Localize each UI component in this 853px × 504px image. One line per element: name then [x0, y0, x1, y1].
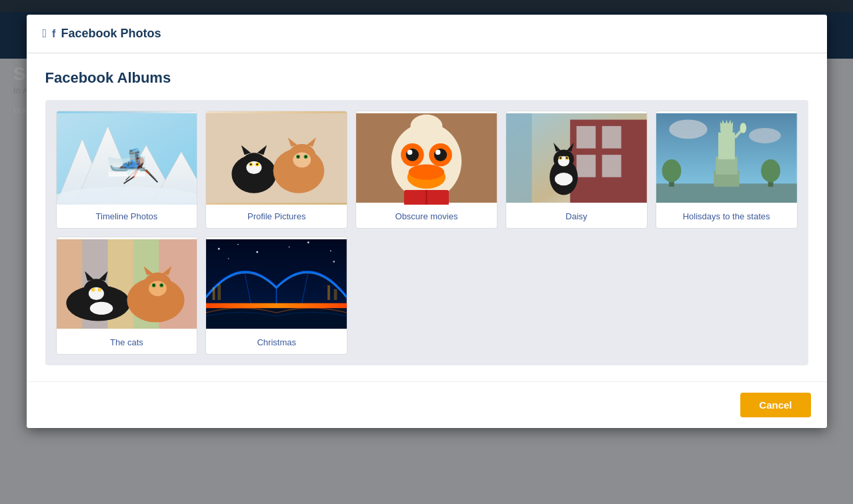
svg-point-95 — [89, 302, 112, 315]
svg-point-80 — [662, 159, 681, 182]
album-label-holidays: Holisdays to the states — [656, 205, 797, 228]
svg-point-40 — [406, 149, 419, 161]
empty-slot-2 — [506, 237, 648, 355]
facebook-icon:  — [43, 27, 47, 41]
svg-point-82 — [761, 159, 780, 182]
svg-point-37 — [409, 165, 445, 180]
svg-point-41 — [434, 149, 447, 161]
svg-point-61 — [560, 157, 562, 159]
modal-header:  f Facebook Photos — [27, 15, 827, 53]
svg-point-78 — [740, 123, 746, 133]
album-thumbnail-obscure — [356, 111, 497, 205]
svg-point-23 — [257, 163, 259, 165]
svg-point-112 — [307, 241, 309, 243]
svg-point-66 — [749, 128, 781, 143]
empty-slot-1 — [355, 237, 498, 355]
album-thumbnail-christmas — [206, 237, 347, 331]
svg-point-115 — [333, 261, 335, 263]
svg-rect-121 — [213, 287, 215, 300]
timeline-svg — [57, 111, 197, 205]
svg-rect-120 — [206, 308, 347, 329]
svg-rect-123 — [327, 285, 330, 300]
album-item-obscure[interactable]: Obscure movies — [355, 111, 498, 229]
profile-svg — [206, 111, 347, 205]
svg-rect-14 — [206, 113, 347, 203]
album-item-holidays[interactable]: Holisdays to the states — [656, 111, 798, 229]
cancel-button[interactable]: Cancel — [740, 393, 810, 417]
svg-point-65 — [669, 120, 707, 139]
svg-point-108 — [218, 248, 220, 250]
album-label-timeline: Timeline Photos — [57, 205, 197, 228]
album-item-daisy[interactable]: Daisy — [506, 111, 648, 229]
cats-svg — [57, 237, 197, 331]
svg-point-111 — [289, 246, 290, 247]
svg-point-102 — [148, 281, 166, 296]
svg-rect-119 — [206, 303, 347, 309]
svg-point-94 — [88, 287, 103, 300]
album-item-profile[interactable]: Profile Pictures — [205, 111, 347, 229]
album-thumbnail-timeline — [57, 111, 197, 205]
facebook-photos-modal:  f Facebook Photos Facebook Albums — [27, 15, 827, 428]
svg-rect-50 — [576, 126, 596, 149]
albums-grid-container: Timeline Photos — [45, 100, 808, 365]
album-item-christmas[interactable]: Christmas — [205, 237, 347, 355]
svg-rect-51 — [602, 126, 622, 149]
facebook-f-letter: f — [52, 28, 55, 40]
svg-point-62 — [566, 157, 568, 159]
svg-line-7 — [133, 165, 139, 177]
svg-point-110 — [257, 251, 259, 253]
christmas-svg — [206, 237, 347, 331]
modal-title: Facebook Photos — [61, 27, 161, 41]
album-item-cats[interactable]: The cats — [56, 237, 198, 355]
svg-point-96 — [91, 288, 95, 292]
albums-row-1: Timeline Photos — [56, 111, 798, 229]
modal-overlay:  f Facebook Photos Facebook Albums — [0, 0, 853, 504]
svg-point-105 — [153, 284, 155, 286]
obscure-svg — [356, 111, 497, 205]
album-thumbnail-daisy — [506, 111, 647, 205]
album-label-cats: The cats — [57, 331, 197, 354]
svg-point-44 — [411, 115, 443, 137]
album-label-christmas: Christmas — [206, 331, 347, 354]
svg-rect-69 — [716, 157, 738, 175]
svg-point-42 — [407, 150, 413, 155]
svg-point-32 — [305, 156, 307, 158]
svg-rect-53 — [602, 155, 622, 177]
svg-rect-48 — [506, 113, 532, 203]
album-thumbnail-holidays — [656, 111, 797, 205]
svg-point-106 — [160, 284, 162, 286]
album-item-timeline[interactable]: Timeline Photos — [56, 111, 198, 229]
svg-point-63 — [555, 173, 573, 185]
svg-point-19 — [247, 161, 262, 174]
svg-rect-52 — [576, 155, 596, 177]
albums-title: Facebook Albums — [45, 69, 808, 87]
modal-footer: Cancel — [27, 381, 827, 428]
svg-point-97 — [97, 288, 101, 292]
daisy-svg — [506, 111, 647, 205]
album-thumbnail-profile — [206, 111, 347, 205]
svg-point-28 — [293, 152, 311, 167]
svg-point-109 — [237, 244, 239, 245]
svg-rect-70 — [718, 133, 735, 159]
holidays-svg — [656, 111, 797, 205]
svg-point-114 — [228, 258, 229, 259]
album-label-daisy: Daisy — [506, 205, 647, 228]
svg-point-43 — [436, 150, 441, 155]
svg-point-31 — [297, 156, 299, 158]
modal-body: Facebook Albums — [27, 53, 827, 381]
svg-rect-124 — [334, 289, 337, 300]
svg-point-6 — [135, 157, 143, 165]
albums-row-2: The cats — [56, 237, 798, 355]
svg-rect-122 — [218, 284, 221, 300]
empty-slot-3 — [656, 237, 798, 355]
svg-point-22 — [250, 163, 252, 165]
svg-point-113 — [330, 250, 331, 251]
album-label-profile: Profile Pictures — [206, 205, 347, 228]
album-label-obscure: Obscure movies — [356, 205, 497, 228]
album-thumbnail-cats — [57, 237, 197, 331]
